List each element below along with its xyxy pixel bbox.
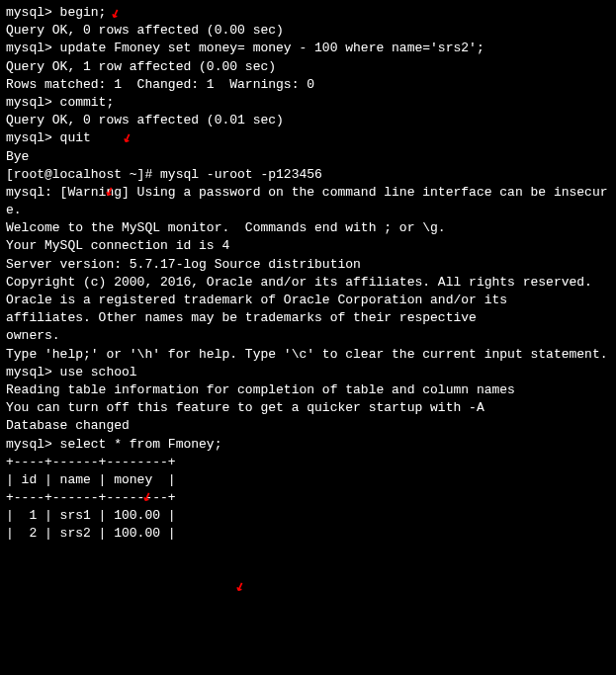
table-row: | 2 | srs2 | 100.00 | [6,525,610,543]
command-text: use school [60,365,137,380]
table-border: +----+------+--------+ [6,489,610,507]
output-line: Rows matched: 1 Changed: 1 Warnings: 0 [6,76,610,94]
command-text: begin; [60,5,107,20]
mysql-line: mysql> select * from Fmoney; [6,436,610,454]
command-text: mysql -uroot -p123456 [160,167,322,182]
output-line: Server version: 5.7.17-log Source distri… [6,256,610,274]
mysql-prompt: mysql> [6,41,60,55]
output-line: mysql: [Warning] Using a password on the… [6,184,610,219]
output-line: Welcome to the MySQL monitor. Commands e… [6,219,610,237]
mysql-prompt: mysql> [6,365,60,380]
mysql-line: mysql> use school [6,364,610,381]
output-line: Query OK, 0 rows affected (0.01 sec) [6,112,610,129]
table-border: +----+------+--------+ [6,454,610,471]
annotation-arrow-icon: ↙ [231,574,248,598]
output-line: Database changed [6,417,610,435]
mysql-line: mysql> begin; [6,4,610,22]
output-line: affiliates. Other names may be trademark… [6,309,610,327]
mysql-prompt: mysql> [6,130,60,145]
output-line: Copyright (c) 2000, 2016, Oracle and/or … [6,274,610,292]
command-text: update Fmoney set money= money - 100 whe… [60,41,484,55]
mysql-prompt: mysql> [6,437,60,452]
output-line: Bye [6,148,610,166]
table-header: | id | name | money | [6,471,610,489]
command-text: select * from Fmoney; [60,437,222,452]
table-row: | 1 | srs1 | 100.00 | [6,507,610,525]
mysql-line: mysql> update Fmoney set money= money - … [6,40,610,57]
output-line: Query OK, 0 rows affected (0.00 sec) [6,22,610,40]
mysql-line: mysql> commit; [6,94,610,112]
output-line: owners. [6,327,610,345]
command-text: commit; [60,95,115,110]
root-prompt: [root@localhost ~]# [6,167,160,182]
command-text: quit [60,130,91,145]
output-line: Your MySQL connection id is 4 [6,237,610,255]
terminal-window[interactable]: mysql> begin; Query OK, 0 rows affected … [6,4,610,544]
mysql-line: mysql> quit [6,129,610,147]
shell-line: [root@localhost ~]# mysql -uroot -p12345… [6,166,610,184]
mysql-prompt: mysql> [6,95,60,110]
output-line: Reading table information for completion… [6,381,610,399]
output-line: Type 'help;' or '\h' for help. Type '\c'… [6,346,610,364]
output-line: You can turn off this feature to get a q… [6,399,610,417]
output-line: Query OK, 1 row affected (0.00 sec) [6,58,610,76]
mysql-prompt: mysql> [6,5,60,20]
output-line: Oracle is a registered trademark of Orac… [6,292,610,309]
